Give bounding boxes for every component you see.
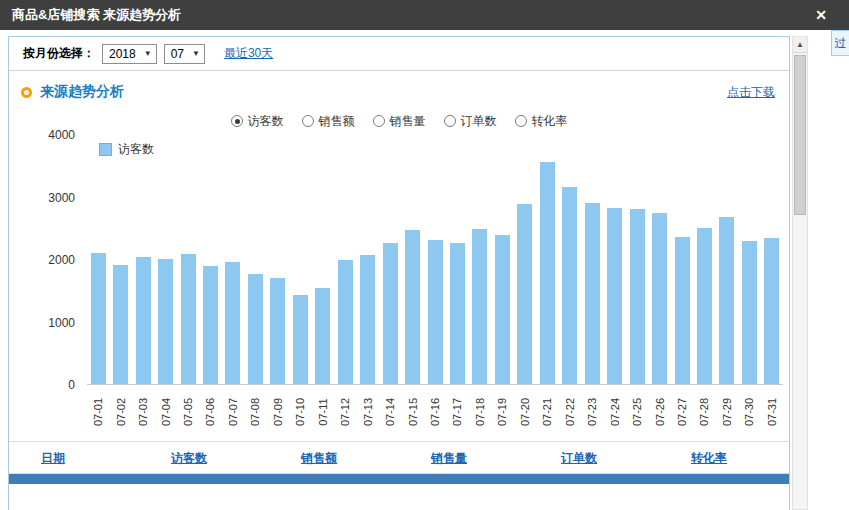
vertical-scrollbar[interactable]: ▲ — [792, 36, 808, 510]
x-axis-label: 07-10 — [289, 386, 311, 438]
radio-icon[interactable] — [444, 115, 456, 127]
bar[interactable] — [248, 274, 263, 384]
radio-selected-icon[interactable] — [231, 115, 243, 127]
x-axis-label: 07-24 — [603, 386, 625, 438]
month-selector-row: 按月份选择： 2018 ▼ 07 ▼ 最近30天 — [9, 37, 789, 71]
bar-column — [267, 135, 289, 384]
x-axis-label: 07-27 — [671, 386, 693, 438]
bar[interactable] — [630, 209, 645, 384]
bar[interactable] — [719, 217, 734, 384]
metric-radio-5[interactable]: 转化率 — [515, 113, 568, 129]
orange-ring-icon — [21, 87, 32, 98]
bar[interactable] — [540, 162, 555, 384]
section-title: 来源趋势分析 — [40, 83, 727, 101]
bar[interactable] — [338, 260, 353, 384]
close-icon[interactable]: ✕ — [815, 8, 827, 22]
bar[interactable] — [181, 254, 196, 384]
x-axis-label: 07-14 — [379, 386, 401, 438]
x-axis-label: 07-29 — [716, 386, 738, 438]
x-axis-label: 07-12 — [334, 386, 356, 438]
bar-column — [132, 135, 154, 384]
chevron-down-icon: ▼ — [144, 49, 152, 58]
x-axis-label: 07-08 — [244, 386, 266, 438]
download-link[interactable]: 点击下载 — [727, 84, 775, 101]
year-select[interactable]: 2018 ▼ — [102, 44, 157, 64]
bar[interactable] — [225, 262, 240, 384]
bar-column — [514, 135, 536, 384]
scrollbar-thumb[interactable] — [794, 55, 806, 215]
x-axis-label: 07-20 — [514, 386, 536, 438]
radio-icon[interactable] — [515, 115, 527, 127]
x-axis-label: 07-05 — [177, 386, 199, 438]
metric-radio-2[interactable]: 销售额 — [302, 113, 355, 129]
column-header-link[interactable]: 日期 — [41, 451, 65, 465]
dialog-titlebar: 商品&店铺搜索 来源趋势分析 ✕ — [0, 0, 849, 30]
bar[interactable] — [607, 208, 622, 384]
bar[interactable] — [764, 238, 779, 384]
column-header-link[interactable]: 销售额 — [301, 451, 337, 465]
legend-label: 访客数 — [118, 141, 154, 158]
bar[interactable] — [113, 265, 128, 384]
metric-radio-1[interactable]: 访客数 — [231, 113, 284, 129]
metric-radio-3[interactable]: 销售量 — [373, 113, 426, 129]
x-axis-label: 07-25 — [626, 386, 648, 438]
bar[interactable] — [697, 228, 712, 384]
metric-radios: 访客数销售额销售量订单数转化率 — [9, 113, 789, 129]
radio-icon[interactable] — [373, 115, 385, 127]
metric-radio-label: 订单数 — [461, 113, 497, 130]
bar[interactable] — [428, 240, 443, 384]
side-tab-2[interactable]: 过 — [831, 30, 849, 56]
bar[interactable] — [517, 204, 532, 384]
bar-column — [581, 135, 603, 384]
chart-legend: 访客数 — [99, 141, 154, 158]
bar-column — [312, 135, 334, 384]
bar[interactable] — [585, 203, 600, 384]
bar[interactable] — [270, 278, 285, 384]
metric-radio-4[interactable]: 订单数 — [444, 113, 497, 129]
x-axis-label: 07-13 — [356, 386, 378, 438]
chevron-down-icon: ▼ — [192, 49, 200, 58]
bar[interactable] — [383, 243, 398, 384]
column-header-4: 销售量 — [399, 448, 529, 467]
section-header: 来源趋势分析 点击下载 — [21, 83, 775, 101]
bar[interactable] — [450, 243, 465, 384]
y-axis-tick: 3000 — [15, 191, 75, 205]
bar[interactable] — [675, 237, 690, 385]
metric-radio-label: 销售额 — [319, 113, 355, 130]
bar[interactable] — [652, 213, 667, 384]
year-select-value: 2018 — [109, 47, 136, 61]
dialog-content-panel: 按月份选择： 2018 ▼ 07 ▼ 最近30天 来源趋势分析 点击下载 访客数… — [8, 36, 790, 510]
x-axis-label: 07-16 — [424, 386, 446, 438]
bar-column — [177, 135, 199, 384]
bar[interactable] — [158, 259, 173, 384]
bar[interactable] — [360, 255, 375, 384]
bar[interactable] — [742, 241, 757, 384]
column-header-link[interactable]: 订单数 — [561, 451, 597, 465]
bar-column — [222, 135, 244, 384]
bar-column — [738, 135, 760, 384]
x-axis-label: 07-07 — [222, 386, 244, 438]
recent-30-days-link[interactable]: 最近30天 — [224, 45, 273, 62]
bar[interactable] — [495, 235, 510, 384]
month-selector-label: 按月份选择： — [23, 45, 95, 62]
radio-icon[interactable] — [302, 115, 314, 127]
bar[interactable] — [136, 257, 151, 384]
trend-analysis-dialog: 商品&店铺搜索 来源趋势分析 ✕ 按月份选择： 2018 ▼ 07 ▼ 最近30… — [0, 0, 849, 510]
bar[interactable] — [91, 253, 106, 384]
scroll-up-button[interactable]: ▲ — [793, 37, 807, 53]
month-select[interactable]: 07 ▼ — [164, 44, 205, 64]
column-header-link[interactable]: 访客数 — [171, 451, 207, 465]
bar[interactable] — [405, 230, 420, 384]
column-header-link[interactable]: 转化率 — [691, 451, 727, 465]
bar-column — [559, 135, 581, 384]
side-tab-label: 过 — [835, 35, 847, 52]
bar[interactable] — [562, 187, 577, 384]
x-axis-label: 07-17 — [446, 386, 468, 438]
table-row[interactable] — [9, 474, 789, 484]
column-header-link[interactable]: 销售量 — [431, 451, 467, 465]
bar[interactable] — [315, 288, 330, 384]
bar[interactable] — [203, 266, 218, 384]
dialog-title: 商品&店铺搜索 来源趋势分析 — [12, 6, 181, 24]
bar[interactable] — [293, 295, 308, 384]
bar[interactable] — [472, 229, 487, 384]
